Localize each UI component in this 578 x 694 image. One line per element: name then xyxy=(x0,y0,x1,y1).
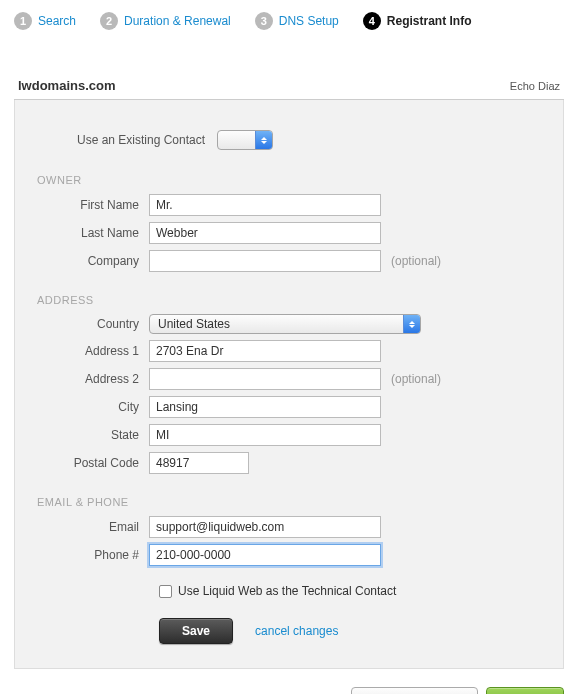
tech-contact-label: Use Liquid Web as the Technical Contact xyxy=(178,584,396,598)
save-button[interactable]: Save xyxy=(159,618,233,644)
select-value: United States xyxy=(150,315,252,333)
owner-section-head: OWNER xyxy=(37,174,541,186)
wizard-steps: 1 Search 2 Duration & Renewal 3 DNS Setu… xyxy=(0,0,578,48)
email-input[interactable] xyxy=(149,516,381,538)
phone-input[interactable] xyxy=(149,544,381,566)
step-duration[interactable]: 2 Duration & Renewal xyxy=(100,12,231,30)
email-section-head: EMAIL & PHONE xyxy=(37,496,541,508)
step-number: 1 xyxy=(14,12,32,30)
step-number: 2 xyxy=(100,12,118,30)
continue-button[interactable]: Continue xyxy=(486,687,564,694)
user-name: Echo Diaz xyxy=(510,80,560,92)
postal-input[interactable] xyxy=(149,452,249,474)
checkbox-icon xyxy=(159,585,172,598)
registrant-form-panel: Use an Existing Contact OWNER First Name… xyxy=(14,100,564,669)
optional-hint: (optional) xyxy=(391,254,441,268)
domain-bar: lwdomains.com Echo Diaz xyxy=(14,48,564,100)
company-label: Company xyxy=(37,254,149,268)
address2-label: Address 2 xyxy=(37,372,149,386)
chevron-updown-icon xyxy=(255,131,272,149)
select-value xyxy=(218,131,248,149)
postal-label: Postal Code xyxy=(37,456,149,470)
step-label: Duration & Renewal xyxy=(124,14,231,28)
tech-contact-checkbox-row[interactable]: Use Liquid Web as the Technical Contact xyxy=(159,584,541,598)
address1-input[interactable] xyxy=(149,340,381,362)
address1-label: Address 1 xyxy=(37,344,149,358)
chevron-updown-icon xyxy=(403,315,420,333)
step-dns[interactable]: 3 DNS Setup xyxy=(255,12,339,30)
existing-contact-select[interactable] xyxy=(217,130,273,150)
last-name-input[interactable] xyxy=(149,222,381,244)
optional-hint: (optional) xyxy=(391,372,441,386)
step-label: DNS Setup xyxy=(279,14,339,28)
domain-name: lwdomains.com xyxy=(18,78,116,93)
address2-input[interactable] xyxy=(149,368,381,390)
first-name-label: First Name xyxy=(37,198,149,212)
state-input[interactable] xyxy=(149,424,381,446)
step-label: Registrant Info xyxy=(387,14,472,28)
step-registrant[interactable]: 4 Registrant Info xyxy=(363,12,472,30)
cancel-changes-link[interactable]: cancel changes xyxy=(255,624,338,638)
city-input[interactable] xyxy=(149,396,381,418)
company-input[interactable] xyxy=(149,250,381,272)
country-label: Country xyxy=(37,317,149,331)
city-label: City xyxy=(37,400,149,414)
address-section-head: ADDRESS xyxy=(37,294,541,306)
step-number: 4 xyxy=(363,12,381,30)
first-name-input[interactable] xyxy=(149,194,381,216)
existing-contact-label: Use an Existing Contact xyxy=(77,133,217,147)
express-checkout-button[interactable]: Express Checkout xyxy=(351,687,478,694)
step-number: 3 xyxy=(255,12,273,30)
phone-label: Phone # xyxy=(37,548,149,562)
email-label: Email xyxy=(37,520,149,534)
last-name-label: Last Name xyxy=(37,226,149,240)
footer-actions: Express Checkout Continue xyxy=(0,669,578,694)
country-select[interactable]: United States xyxy=(149,314,421,334)
step-label: Search xyxy=(38,14,76,28)
step-search[interactable]: 1 Search xyxy=(14,12,76,30)
state-label: State xyxy=(37,428,149,442)
